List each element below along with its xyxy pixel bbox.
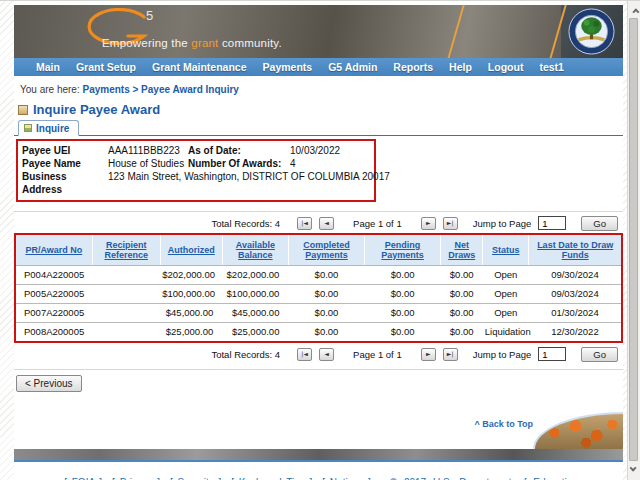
table-header-row: PR/Award No Recipient Reference Authoriz… — [16, 235, 621, 265]
scroll-down-button[interactable] — [628, 462, 640, 477]
nav-payments[interactable]: Payments — [263, 61, 313, 73]
payee-name-label: Payee Name — [22, 157, 108, 170]
awards-table: PR/Award No Recipient Reference Authoriz… — [16, 235, 621, 341]
jump-to-page-input[interactable] — [538, 347, 566, 361]
breadcrumb: You are here: Payments > Payee Award Inq… — [20, 84, 623, 95]
page-indicator: Page 1 of 1 — [353, 218, 402, 229]
next-page-button[interactable]: ► — [421, 217, 436, 230]
go-button[interactable]: Go — [581, 347, 618, 362]
classroom-corner-photo — [533, 412, 623, 449]
lower-zone: ^ Back to Top — [14, 392, 623, 449]
pagination-top: Total Records: 4 |◄ ◄ Page 1 of 1 ► ►| J… — [14, 215, 623, 231]
previous-button[interactable]: < Previous — [16, 375, 82, 392]
business-address-value: 123 Main Street, Washington, DISTRICT OF… — [108, 170, 390, 196]
col-authorized[interactable]: Authorized — [160, 235, 222, 265]
page-title-icon — [18, 105, 28, 115]
col-status[interactable]: Status — [483, 235, 529, 265]
jump-to-page-label: Jump to Page — [473, 349, 532, 360]
table-row: P005A220005 $100,000.00$100,000.00 $0.00… — [16, 284, 621, 303]
col-net-draws[interactable]: Net Draws — [441, 235, 483, 265]
bookshelf-photo — [446, 5, 568, 58]
nav-grant-maintenance[interactable]: Grant Maintenance — [152, 61, 247, 73]
payee-uei-value: AAA111BBB223 — [108, 144, 188, 157]
total-records: Total Records: 4 — [211, 218, 280, 229]
table-row: P008A200005 $25,000.00$25,000.00 $0.00$0… — [16, 322, 621, 341]
tab-bar: Inquire — [14, 120, 623, 136]
payee-uei-label: Payee UEI — [22, 144, 108, 157]
last-page-button[interactable]: ►| — [443, 217, 458, 230]
main-nav: Main Grant Setup Grant Maintenance Payme… — [14, 58, 623, 76]
divider-line — [14, 211, 623, 212]
business-address-label: Business Address — [22, 170, 108, 196]
back-to-top-link[interactable]: ^ Back to Top — [474, 419, 533, 429]
table-row: P004A220005 $202,000.00$202,000.00 $0.00… — [16, 265, 621, 284]
pagination-bottom: Total Records: 4 |◄ ◄ Page 1 of 1 ► ►| J… — [14, 346, 623, 362]
tagline: Empowering the grant community. — [102, 37, 282, 49]
last-page-button[interactable]: ►| — [443, 348, 458, 361]
chevron-up-icon — [632, 8, 639, 15]
awards-table-box: PR/Award No Recipient Reference Authoriz… — [14, 233, 623, 343]
col-recipient-reference[interactable]: Recipient Reference — [92, 235, 160, 265]
nav-main[interactable]: Main — [36, 61, 60, 73]
payee-name-value: House of Studies — [108, 157, 188, 170]
table-row: P007A220005 $45,000.00$45,000.00 $0.00$0… — [16, 303, 621, 322]
breadcrumb-path[interactable]: Payments > Payee Award Inquiry — [82, 84, 238, 95]
total-records: Total Records: 4 — [211, 349, 280, 360]
col-last-date-to-draw-funds[interactable]: Last Date to Draw Funds — [529, 235, 621, 265]
g5-banner: 5 Empowering the grant community. — [14, 5, 623, 58]
number-of-awards-label: Number Of Awards: — [188, 157, 290, 170]
nav-g5-admin[interactable]: G5 Admin — [328, 61, 377, 73]
footer-band — [14, 449, 623, 462]
number-of-awards-value: 4 — [290, 157, 368, 170]
previous-page-button[interactable]: ◄ — [319, 217, 334, 230]
first-page-button[interactable]: |◄ — [297, 217, 312, 230]
g5-logo-number: 5 — [146, 8, 153, 23]
first-page-button[interactable]: |◄ — [297, 348, 312, 361]
nav-logout[interactable]: Logout — [488, 61, 524, 73]
page-content: 5 Empowering the grant community. Main G… — [14, 1, 623, 480]
jump-to-page-label: Jump to Page — [473, 218, 532, 229]
vertical-scrollbar[interactable] — [627, 1, 640, 480]
payee-info-box: Payee UEI AAA111BBB223 As of Date: 10/03… — [16, 139, 376, 202]
nav-username[interactable]: test1 — [539, 61, 564, 73]
nav-help[interactable]: Help — [449, 61, 472, 73]
tab-inquire-icon — [24, 124, 32, 132]
as-of-date-label: As of Date: — [188, 144, 290, 157]
page-indicator: Page 1 of 1 — [353, 349, 402, 360]
divider-line — [14, 369, 623, 370]
jump-to-page-input[interactable] — [538, 216, 566, 230]
nav-grant-setup[interactable]: Grant Setup — [76, 61, 136, 73]
col-pr-award-no[interactable]: PR/Award No — [16, 235, 92, 265]
col-available-balance[interactable]: Available Balance — [222, 235, 288, 265]
previous-page-button[interactable]: ◄ — [319, 348, 334, 361]
page-title: Inquire Payee Award — [18, 102, 623, 117]
nav-reports[interactable]: Reports — [393, 61, 433, 73]
scrollbar-thumb[interactable] — [629, 18, 638, 461]
col-pending-payments[interactable]: Pending Payments — [365, 235, 441, 265]
next-page-button[interactable]: ► — [421, 348, 436, 361]
as-of-date-value: 10/03/2022 — [290, 144, 368, 157]
col-completed-payments[interactable]: Completed Payments — [288, 235, 364, 265]
go-button[interactable]: Go — [581, 216, 618, 231]
caret-up-icon: ^ — [474, 419, 479, 429]
breadcrumb-prefix: You are here: — [20, 84, 80, 95]
tab-inquire[interactable]: Inquire — [18, 120, 79, 136]
chevron-down-icon — [629, 465, 636, 472]
department-of-education-seal-icon — [568, 8, 615, 55]
scroll-up-button[interactable] — [628, 3, 640, 18]
